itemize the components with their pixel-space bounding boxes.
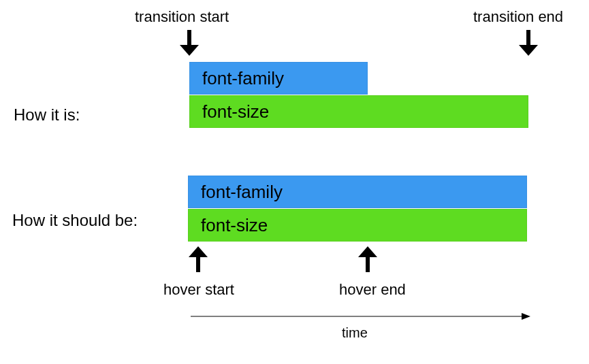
bar-label: font-family bbox=[201, 182, 283, 203]
bar-row1-font-family: font-family bbox=[189, 62, 368, 95]
arrow-up-icon bbox=[189, 246, 208, 275]
bar-label: font-family bbox=[202, 68, 284, 89]
arrow-down-icon bbox=[180, 30, 199, 61]
label-how-it-is: How it is: bbox=[14, 105, 80, 125]
label-transition-start: transition start bbox=[135, 8, 229, 26]
label-hover-start: hover start bbox=[163, 281, 234, 299]
bar-label: font-size bbox=[202, 101, 269, 122]
label-how-it-should-be: How it should be: bbox=[12, 211, 138, 230]
bar-row2-font-family: font-family bbox=[188, 176, 527, 208]
bar-row1-font-size: font-size bbox=[189, 95, 528, 128]
label-transition-end: transition end bbox=[473, 8, 563, 26]
bar-row2-font-size: font-size bbox=[188, 209, 527, 242]
label-time: time bbox=[342, 325, 368, 341]
arrow-up-icon bbox=[358, 246, 377, 275]
arrow-down-icon bbox=[519, 30, 538, 61]
time-axis-arrow-icon bbox=[191, 312, 530, 324]
bar-label: font-size bbox=[201, 215, 268, 236]
label-hover-end: hover end bbox=[339, 281, 406, 299]
